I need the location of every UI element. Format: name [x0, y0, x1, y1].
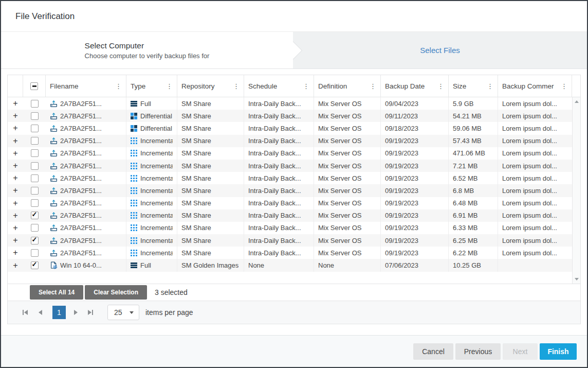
- vertical-scrollbar[interactable]: [572, 97, 580, 284]
- type-text: Incremental: [140, 199, 173, 207]
- expand-row-icon[interactable]: +: [13, 124, 17, 132]
- column-menu-icon[interactable]: ⋮: [561, 82, 567, 90]
- table-row[interactable]: + 2A: [8, 147, 572, 160]
- backup-drive-icon: [50, 149, 58, 157]
- finish-button[interactable]: Finish: [540, 343, 577, 360]
- next-page-button[interactable]: [69, 306, 82, 319]
- table-row[interactable]: + 2A: [8, 197, 572, 209]
- expand-cell: +: [8, 122, 23, 134]
- schedule-text: Intra-Daily Back...: [248, 187, 301, 195]
- column-menu-icon[interactable]: ⋮: [303, 82, 309, 90]
- backup-comment-text: Lorem ipsum dol...: [502, 224, 557, 232]
- column-menu-icon[interactable]: ⋮: [370, 82, 376, 90]
- last-page-button[interactable]: [84, 306, 97, 319]
- type-cell: Full: [126, 259, 177, 271]
- expand-row-icon[interactable]: +: [13, 249, 17, 257]
- row-checkbox[interactable]: [31, 149, 39, 157]
- column-menu-icon[interactable]: ⋮: [487, 82, 493, 90]
- column-header-backup-date[interactable]: Backup Date ⋮: [381, 75, 449, 97]
- table-row[interactable]: + 2A: [8, 184, 572, 197]
- table-row[interactable]: + 2A: [8, 122, 572, 134]
- expand-row-icon[interactable]: +: [13, 149, 17, 157]
- table-row[interactable]: + Wi: [8, 259, 572, 271]
- scroll-down-icon[interactable]: [575, 278, 579, 281]
- backup-type-icon: [131, 163, 137, 169]
- row-checkbox[interactable]: [31, 249, 39, 257]
- expand-row-icon[interactable]: +: [13, 99, 17, 108]
- tab-select-files[interactable]: Select Files: [293, 32, 587, 68]
- size-text: 6.91 MB: [453, 212, 477, 219]
- table-row[interactable]: + 2A: [8, 97, 572, 110]
- table-row[interactable]: + 2A: [8, 110, 572, 122]
- first-page-button[interactable]: [19, 306, 31, 319]
- column-menu-icon[interactable]: ⋮: [437, 82, 444, 90]
- row-checkbox[interactable]: [31, 237, 39, 244]
- expand-row-icon[interactable]: +: [13, 186, 17, 195]
- table-row[interactable]: + 2A: [8, 209, 572, 222]
- previous-page-button[interactable]: [34, 306, 46, 319]
- type-text: Incremental: [140, 187, 173, 195]
- page-size-dropdown[interactable]: 25: [107, 305, 139, 320]
- column-header-repository[interactable]: Repository ⋮: [177, 75, 244, 97]
- backup-date-text: 09/19/2023: [385, 237, 418, 244]
- table-row[interactable]: + 2A: [8, 172, 572, 184]
- table-row[interactable]: + 2A: [8, 160, 572, 172]
- column-header-type[interactable]: Type ⋮: [126, 75, 177, 97]
- row-checkbox[interactable]: [31, 174, 39, 182]
- table-row[interactable]: + 2A: [8, 234, 572, 247]
- row-checkbox[interactable]: [31, 187, 39, 195]
- table-row[interactable]: + 2A: [8, 222, 572, 234]
- grid-pager: 1 25 items per page: [8, 301, 580, 324]
- row-checkbox[interactable]: [31, 212, 39, 219]
- size-text: 59.06 MB: [453, 125, 482, 132]
- column-header-filename[interactable]: Filename ⋮: [46, 75, 126, 97]
- definition-cell: Mix Server OS: [314, 122, 381, 134]
- cancel-button[interactable]: Cancel: [413, 343, 453, 360]
- expand-cell: +: [8, 147, 23, 160]
- expand-row-icon[interactable]: +: [13, 137, 17, 145]
- expand-row-icon[interactable]: +: [13, 261, 17, 270]
- column-header-definition[interactable]: Definition ⋮: [314, 75, 381, 97]
- column-header-schedule[interactable]: Schedule ⋮: [244, 75, 314, 97]
- row-checkbox[interactable]: [31, 199, 39, 207]
- column-header-size[interactable]: Size ⋮: [449, 75, 498, 97]
- backup-date-text: 09/19/2023: [385, 249, 418, 257]
- current-page-button[interactable]: 1: [52, 306, 66, 319]
- table-row[interactable]: + 2A: [8, 247, 572, 259]
- expand-row-icon[interactable]: +: [13, 162, 17, 170]
- expand-row-icon[interactable]: +: [13, 174, 17, 182]
- column-header-backup-comment[interactable]: Backup Commer ⋮: [498, 75, 572, 97]
- select-all-button[interactable]: Select All 14: [30, 285, 83, 300]
- tab-select-computer-block: Select Computer Choose computer to verif…: [85, 41, 210, 60]
- type-text: Incremental: [140, 237, 173, 244]
- scroll-up-icon[interactable]: [575, 100, 579, 103]
- backup-date-text: 09/19/2023: [385, 149, 418, 157]
- repository-cell: SM Golden Images: [177, 259, 244, 271]
- row-checkbox[interactable]: [31, 162, 39, 170]
- table-row[interactable]: + 2A: [8, 135, 572, 147]
- clear-selection-button[interactable]: Clear Selection: [85, 285, 147, 300]
- tab-select-computer[interactable]: Select Computer Choose computer to verif…: [1, 32, 293, 68]
- previous-button[interactable]: Previous: [455, 343, 501, 360]
- select-all-checkbox[interactable]: [30, 82, 38, 90]
- next-button[interactable]: Next: [503, 343, 538, 360]
- expand-row-icon[interactable]: +: [13, 112, 17, 120]
- row-checkbox[interactable]: [31, 261, 39, 269]
- row-checkbox[interactable]: [31, 137, 39, 145]
- column-menu-icon[interactable]: ⋮: [233, 82, 240, 90]
- expand-row-icon[interactable]: +: [13, 236, 17, 244]
- row-checkbox[interactable]: [31, 112, 39, 120]
- expand-cell: +: [8, 234, 23, 247]
- backup-date-cell: 09/19/2023: [381, 222, 449, 234]
- row-checkbox[interactable]: [31, 125, 39, 132]
- expand-row-icon[interactable]: +: [13, 199, 17, 207]
- expand-row-icon[interactable]: +: [13, 212, 17, 220]
- column-menu-icon[interactable]: ⋮: [115, 82, 122, 90]
- expand-row-icon[interactable]: +: [13, 224, 17, 232]
- schedule-cell: Intra-Daily Back...: [244, 184, 314, 197]
- schedule-cell: Intra-Daily Back...: [244, 247, 314, 259]
- row-checkbox[interactable]: [31, 100, 39, 108]
- row-checkbox[interactable]: [31, 224, 39, 232]
- column-menu-icon[interactable]: ⋮: [166, 82, 173, 90]
- schedule-cell: Intra-Daily Back...: [244, 222, 314, 234]
